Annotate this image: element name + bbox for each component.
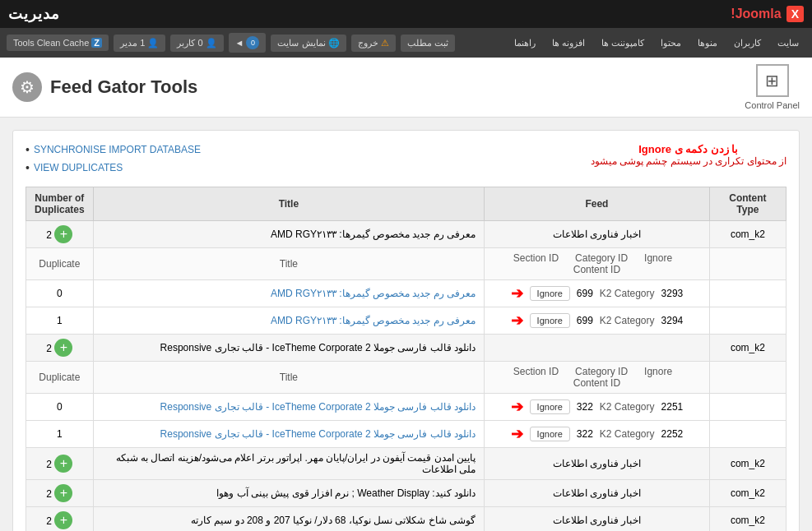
cell-category-id: 322 [577,401,593,413]
ignore-button[interactable]: Ignore [530,286,570,301]
cell-row-controls: ➔ Ignore 322 K2 Category 2252 [485,421,710,448]
table-row: ➔ Ignore 699 K2 Category 3294 معرفی رم ج… [26,307,786,335]
page-title: Feed Gator Tools [50,76,197,98]
sync-bullet: • [26,143,30,156]
logo-area: X Joomla! [731,6,804,22]
cell-row-title: دانلود قالب فارسی جوملا 2 IceTheme Corpo… [93,421,484,448]
arrow-indicator: ➔ [511,425,523,443]
nav-left: ثبت مطلب ⚠ خروج 🌐 نمایش سایت 0 ◄ 👤 0 کار… [7,33,455,53]
sub-header-duplicate: Duplicate [26,362,94,394]
cell-section-id: K2 Category [600,288,655,299]
cell-category-id: 322 [577,428,593,440]
table-row: com_k2اخبار فناوری اطلاعاتگوشی شاخ شکلات… [26,507,786,532]
sub-header-row: IgnoreCategory IDSection IDContent IDTit… [26,362,786,394]
cell-duplicates: + 2 [26,335,94,362]
cell-content-type: com_k2 [709,448,786,480]
nav-extensions[interactable]: افزونه ها [545,35,592,52]
view-duplicates-link[interactable]: • VIEW DUPLICATES [26,161,123,174]
sub-header-labels: IgnoreCategory IDSection IDContent ID [485,362,710,394]
cell-section-id: K2 Category [600,315,655,326]
cell-category-id: 699 [577,315,593,326]
cell-duplicate-num: 1 [26,421,94,448]
arrow-indicator: ➔ [511,398,523,416]
control-panel-icon: ⊞ [756,64,789,97]
nav-help[interactable]: راهنما [508,35,542,52]
cell-content-id: 2252 [661,428,684,440]
cell-type-empty [709,280,786,307]
header-panel: ⊞ Control Panel Feed Gator Tools ⚙ [0,58,812,118]
cell-row-title: معرفی رم جدید مخصوص گیمرها: AMD RGY۲۱۳۳ [93,280,484,307]
expand-button[interactable]: + [54,484,72,502]
cell-duplicates: + 2 [26,448,94,480]
joomla-logo: X [786,6,804,22]
col-title: Title [93,187,484,221]
view-duplicates-text: VIEW DUPLICATES [34,162,123,173]
cell-duplicates: + 2 [26,221,94,248]
cell-content-type: com_k2 [709,335,786,362]
ignore-notice-line1: با زدن دکمه ی Ignore [591,143,786,155]
expand-button[interactable]: + [54,339,72,357]
cell-row-title: دانلود قالب فارسی جوملا 2 IceTheme Corpo… [93,394,484,421]
sub-header-duplicate: Duplicate [26,248,94,280]
nav-site[interactable]: سایت [771,35,805,52]
cell-content-type: com_k2 [709,507,786,532]
table-row: com_k2اخبار فناوری اطلاعاتمعرفی رم جدید … [26,221,786,248]
title-link[interactable]: معرفی رم جدید مخصوص گیمرها: AMD RGY۲۱۳۳ [271,315,476,326]
sync-link[interactable]: • SYNCHRONISE IMPORT DATABASE [26,143,201,156]
cell-title: دانلود قالب فارسی جوملا 2 IceTheme Corpo… [93,335,484,362]
header-title-area: Feed Gator Tools ⚙ [12,72,197,102]
title-link[interactable]: دانلود قالب فارسی جوملا 2 IceTheme Corpo… [160,428,476,440]
cell-type-empty [709,307,786,335]
cell-section-id: K2 Category [600,428,655,440]
sub-header-title: Title [93,248,484,280]
cell-feed: اخبار فناوری اطلاعات [485,221,710,248]
admin-title: مدیریت [8,5,60,23]
view-dup-bullet: • [26,161,30,174]
expand-button[interactable]: + [54,511,72,529]
cell-title: گوشی شاخ شکلاتی نسل نوکیا، 68 دلار/ نوکی… [93,507,484,532]
cell-title: دانلود کنید: Weather Display ; نرم افزار… [93,480,484,507]
cell-duplicates: + 2 [26,480,94,507]
sub-header-row: IgnoreCategory IDSection IDContent IDTit… [26,248,786,280]
cell-duplicates: + 2 [26,507,94,532]
cell-title: پایین امدن قیمت آیفون در ایران/پایان مهر… [93,448,484,480]
cell-category-id: 699 [577,288,593,299]
cell-row-controls: ➔ Ignore 322 K2 Category 2251 [485,394,710,421]
duplicates-table: Content Type Feed Title Number of Duplic… [26,187,786,531]
nav-content[interactable]: محتوا [654,35,688,52]
joomla-text: Joomla! [731,7,781,21]
ignore-button[interactable]: Ignore [530,427,570,441]
nav-admins[interactable]: 👤 1 مدیر [114,35,165,52]
cell-feed: اخبار فناوری اطلاعات [485,448,710,480]
nav-menus[interactable]: منوها [691,35,724,52]
nav-users[interactable]: کاربران [727,35,768,52]
nav-online-users[interactable]: 👤 0 کاربر [170,35,223,52]
expand-button[interactable]: + [54,225,72,243]
gear-icon[interactable]: ⚙ [12,72,42,102]
cell-row-controls: ➔ Ignore 699 K2 Category 3294 [485,307,710,335]
col-content-type: Content Type [709,187,786,221]
ignore-button[interactable]: Ignore [530,313,570,328]
nav-right: سایت کاربران منوها محتوا کامپوننت ها افز… [508,35,805,52]
nav-register[interactable]: ثبت مطلب [401,35,455,52]
title-link[interactable]: دانلود قالب فارسی جوملا 2 IceTheme Corpo… [160,401,476,413]
cell-content-type: com_k2 [709,480,786,507]
nav-visitors[interactable]: 0 ◄ [229,33,267,53]
expand-button[interactable]: + [54,455,72,473]
nav-clean-cache[interactable]: Z Tools Clean Cache [7,35,109,51]
ignore-button[interactable]: Ignore [530,399,570,414]
nav-view-site[interactable]: 🌐 نمایش سایت [271,35,346,52]
arrow-indicator: ➔ [511,312,523,330]
col-duplicates: Number of Duplicates [26,187,94,221]
nav-components[interactable]: کامپوننت ها [595,35,651,52]
col-feed: Feed [485,187,710,221]
cell-duplicate-num: 0 [26,280,94,307]
table-row: com_k2دانلود قالب فارسی جوملا 2 IceTheme… [26,335,786,362]
control-panel-link[interactable]: ⊞ Control Panel [745,64,800,110]
title-link[interactable]: معرفی رم جدید مخصوص گیمرها: AMD RGY۲۱۳۳ [271,288,476,299]
cell-feed [485,335,710,362]
sub-header-labels: IgnoreCategory IDSection IDContent ID [485,248,710,280]
cell-content-type: com_k2 [709,221,786,248]
top-bar: X Joomla! مدیریت [0,0,812,28]
nav-logout[interactable]: ⚠ خروج [351,35,396,52]
